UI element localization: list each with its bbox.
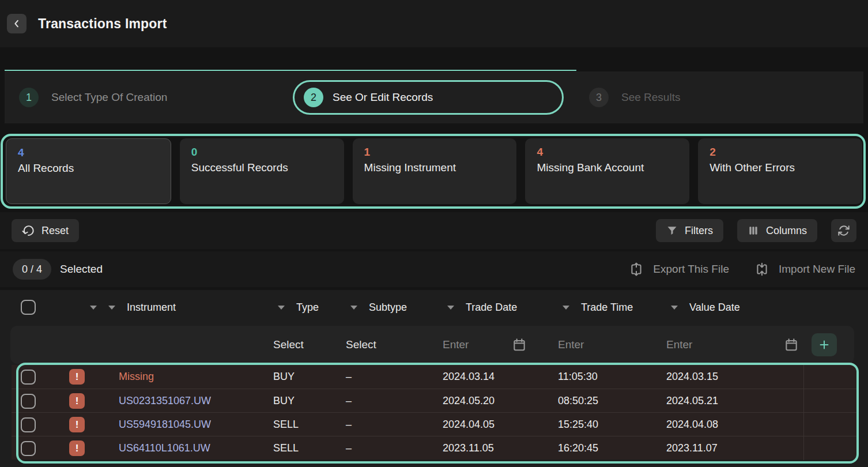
selected-count-pill: 0 / 4: [13, 259, 51, 280]
import-label: Import New File: [779, 263, 855, 276]
filter-trade-time-input[interactable]: Enter: [557, 338, 665, 351]
row-checkbox[interactable]: [21, 417, 36, 432]
step-select-type-of-creation[interactable]: 1 Select Type Of Creation: [19, 71, 167, 123]
card-with-other-errors[interactable]: 2 With Other Errors: [698, 138, 862, 204]
refresh-icon: [837, 224, 850, 237]
back-button[interactable]: [7, 14, 27, 33]
calendar-icon[interactable]: [784, 337, 799, 352]
error-badge-icon: !: [69, 369, 85, 385]
card-missing-instrument[interactable]: 1 Missing Instrument: [353, 138, 517, 204]
export-this-file-button[interactable]: Export This File: [629, 262, 729, 277]
selected-label: Selected: [60, 263, 103, 276]
cell-instrument[interactable]: US64110L1061.UW: [118, 442, 272, 454]
filter-trade-date-input[interactable]: Enter: [443, 338, 469, 351]
step-label: Select Type Of Creation: [51, 91, 167, 104]
column-header-type[interactable]: Type: [296, 302, 319, 314]
column-menu-caret[interactable]: [350, 306, 357, 310]
transactions-import-screen: Transactions Import 1 Select Type Of Cre…: [0, 0, 868, 467]
reset-button[interactable]: Reset: [12, 219, 79, 242]
step-number-badge: 3: [589, 88, 609, 107]
error-badge-icon: !: [69, 393, 85, 409]
chevron-left-icon: [12, 18, 22, 29]
step-label: See Results: [621, 91, 680, 104]
records-table: Instrument Type Subtype Trade Date Trade…: [0, 290, 868, 467]
column-menu-caret[interactable]: [447, 306, 454, 310]
stepper-progress-line: [5, 70, 576, 71]
column-header-trade-date[interactable]: Trade Date: [466, 302, 517, 314]
cell-value-date: 2024.05.21: [665, 395, 803, 407]
cell-type: SELL: [272, 442, 345, 454]
cell-value-date: 2024.04.08: [665, 419, 803, 431]
card-missing-bank-account[interactable]: 4 Missing Bank Account: [525, 138, 689, 204]
cell-instrument[interactable]: US0231351067.UW: [118, 395, 272, 407]
filter-row: Select Select Enter Enter Enter: [10, 326, 854, 364]
cell-type: BUY: [272, 371, 345, 383]
rotate-ccw-icon: [22, 224, 35, 237]
card-label: Missing Instrument: [364, 161, 505, 174]
table-row[interactable]: ! US0231351067.UW BUY – 2024.05.20 08:50…: [12, 389, 856, 412]
column-menu-caret[interactable]: [108, 306, 115, 310]
add-record-button[interactable]: [812, 333, 837, 356]
column-menu-caret[interactable]: [90, 306, 97, 310]
filter-type-select[interactable]: Select: [272, 338, 345, 351]
step-see-results[interactable]: 3 See Results: [589, 71, 680, 123]
card-label: Missing Bank Account: [537, 161, 678, 174]
cell-trade-time: 11:05:30: [557, 371, 665, 383]
error-badge-icon: !: [69, 440, 85, 456]
selection-bar: 0 / 4 Selected Export This File Import N…: [0, 251, 868, 287]
summary-cards: 4 All Records 0 Successful Records 1 Mis…: [6, 138, 862, 204]
filters-button[interactable]: Filters: [656, 219, 723, 242]
cell-subtype: –: [345, 419, 441, 431]
cell-trade-date: 2024.04.05: [441, 419, 557, 431]
filter-value-date-input[interactable]: Enter: [666, 338, 692, 351]
calendar-icon[interactable]: [512, 337, 527, 352]
column-menu-caret[interactable]: [563, 306, 569, 310]
page-title: Transactions Import: [38, 16, 167, 32]
column-menu-caret[interactable]: [278, 306, 285, 310]
table-header-row: Instrument Type Subtype Trade Date Trade…: [12, 290, 856, 325]
cell-instrument[interactable]: Missing: [118, 371, 272, 383]
step-number-badge: 1: [19, 88, 39, 107]
cell-trade-date: 2024.03.14: [441, 371, 557, 383]
column-header-value-date[interactable]: Value Date: [689, 302, 740, 314]
cell-subtype: –: [345, 395, 441, 407]
filter-funnel-icon: [666, 225, 678, 236]
row-checkbox[interactable]: [21, 370, 36, 385]
row-checkbox[interactable]: [21, 441, 36, 456]
cell-instrument[interactable]: US5949181045.UW: [118, 419, 272, 431]
cell-value-date: 2023.11.07: [665, 442, 803, 454]
selection-bar-right: Export This File Import New File: [629, 262, 855, 277]
step-see-or-edit-records[interactable]: 2 See Or Edit Records: [293, 80, 564, 115]
table-row[interactable]: ! US64110L1061.UW SELL – 2023.11.05 16:2…: [12, 436, 856, 460]
cell-value-date: 2024.03.15: [665, 371, 803, 383]
column-header-instrument[interactable]: Instrument: [127, 302, 176, 314]
row-checkbox[interactable]: [21, 394, 36, 409]
cell-trade-time: 08:50:25: [557, 395, 665, 407]
column-header-subtype[interactable]: Subtype: [369, 302, 407, 314]
top-header: Transactions Import: [0, 0, 868, 47]
card-all-records[interactable]: 4 All Records: [6, 138, 171, 204]
toolbar-right: Filters Columns: [656, 219, 856, 242]
filter-subtype-select[interactable]: Select: [345, 338, 441, 351]
export-label: Export This File: [653, 263, 729, 276]
step-number-badge: 2: [304, 88, 323, 107]
card-successful-records[interactable]: 0 Successful Records: [180, 138, 344, 204]
columns-button[interactable]: Columns: [737, 219, 817, 242]
card-label: All Records: [18, 162, 159, 175]
table-row[interactable]: ! US5949181045.UW SELL – 2024.04.05 15:2…: [12, 412, 856, 436]
export-icon: [629, 262, 644, 277]
cell-subtype: –: [345, 442, 441, 454]
step-label: See Or Edit Records: [333, 91, 433, 104]
cell-subtype: –: [345, 371, 441, 383]
card-count: 4: [537, 146, 678, 159]
cell-actions: [803, 436, 856, 460]
refresh-button[interactable]: [831, 219, 856, 242]
column-header-trade-time[interactable]: Trade Time: [581, 302, 633, 314]
select-all-checkbox[interactable]: [21, 300, 36, 315]
error-badge-icon: !: [69, 417, 85, 432]
column-menu-caret[interactable]: [671, 306, 678, 310]
import-new-file-button[interactable]: Import New File: [754, 262, 855, 277]
cell-type: BUY: [272, 395, 345, 407]
table-row[interactable]: ! Missing BUY – 2024.03.14 11:05:30 2024…: [12, 365, 856, 389]
cell-trade-date: 2024.05.20: [441, 395, 557, 407]
